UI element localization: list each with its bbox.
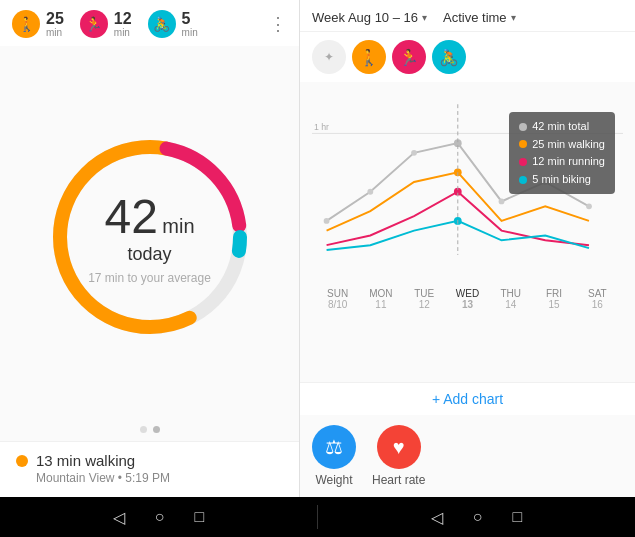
- more-options-icon[interactable]: ⋮: [269, 13, 287, 35]
- walking-label: min: [46, 27, 64, 38]
- x-day-wed: WED 13: [446, 288, 489, 310]
- tooltip-dot-total: [519, 123, 527, 131]
- x-day-fri: FRI 15: [532, 288, 575, 310]
- svg-point-11: [324, 218, 330, 224]
- svg-point-12: [367, 189, 373, 195]
- right-panel: Week Aug 10 – 16 ▾ Active time ▾ ✦ 🚶 🏃 🚴…: [300, 0, 635, 497]
- metric-label: Active time: [443, 10, 507, 25]
- activity-meta: Mountain View • 5:19 PM: [36, 471, 283, 485]
- left-panel: 🚶 25 min 🏃 12 min 🚴 5 min: [0, 0, 300, 497]
- x-axis: SUN 8/10 MON 11 TUE 12 WED 13 THU 14: [312, 286, 623, 310]
- weight-label: Weight: [315, 473, 352, 487]
- svg-text:1 hr: 1 hr: [314, 122, 329, 132]
- ring-unit: min: [162, 215, 194, 237]
- ring-area: 42 min today 17 min to your average: [0, 46, 299, 418]
- app-container: 🚶 25 min 🏃 12 min 🚴 5 min: [0, 0, 635, 497]
- svg-point-14: [499, 199, 505, 205]
- tooltip-dot-walking: [519, 140, 527, 148]
- activity-name: 13 min walking: [36, 452, 135, 469]
- tooltip-total: 42 min total: [532, 118, 589, 136]
- heart-rate-label: Heart rate: [372, 473, 425, 487]
- weight-card[interactable]: ⚖ Weight: [312, 425, 356, 487]
- stat-biking: 🚴 5 min: [148, 10, 198, 38]
- filter-icons: ✦ 🚶 🏃 🚴: [300, 32, 635, 82]
- recents-button-right[interactable]: □: [513, 508, 523, 526]
- ring-today: today: [88, 244, 211, 265]
- stat-running: 🏃 12 min: [80, 10, 132, 38]
- stat-walking: 🚶 25 min: [12, 10, 64, 38]
- running-value: 12: [114, 11, 132, 27]
- metric-selector[interactable]: Active time ▾: [443, 10, 516, 25]
- tooltip-dot-running: [519, 158, 527, 166]
- metric-dropdown-icon: ▾: [511, 12, 516, 23]
- svg-point-16: [586, 203, 592, 209]
- ring-big-num: 42: [104, 190, 157, 243]
- week-selector[interactable]: Week Aug 10 – 16 ▾: [312, 10, 427, 25]
- running-icon: 🏃: [80, 10, 108, 38]
- heart-rate-card[interactable]: ♥ Heart rate: [372, 425, 425, 487]
- chart-tooltip: 42 min total 25 min walking 12 min runni…: [509, 112, 615, 194]
- tooltip-biking: 5 min biking: [532, 171, 591, 189]
- chart-area: 1 hr: [300, 82, 635, 382]
- biking-value: 5: [182, 11, 198, 27]
- back-button-right[interactable]: ◁: [431, 508, 443, 527]
- biking-label: min: [182, 27, 198, 38]
- heart-rate-icon: ♥: [377, 425, 421, 469]
- x-day-tue: TUE 12: [403, 288, 446, 310]
- home-button-left[interactable]: ○: [155, 508, 165, 526]
- filter-run-button[interactable]: 🏃: [392, 40, 426, 74]
- nav-bar: ◁ ○ □ ◁ ○ □: [0, 497, 635, 537]
- add-chart-label: + Add chart: [432, 391, 503, 407]
- right-header: Week Aug 10 – 16 ▾ Active time ▾: [300, 0, 635, 32]
- x-day-thu: THU 14: [489, 288, 532, 310]
- back-button-left[interactable]: ◁: [113, 508, 125, 527]
- tooltip-dot-biking: [519, 176, 527, 184]
- add-chart-button[interactable]: + Add chart: [300, 382, 635, 415]
- home-button-right[interactable]: ○: [473, 508, 483, 526]
- recents-button-left[interactable]: □: [195, 508, 205, 526]
- x-day-sat: SAT 16: [576, 288, 619, 310]
- filter-bike-button[interactable]: 🚴: [432, 40, 466, 74]
- running-label: min: [114, 27, 132, 38]
- metric-cards: ⚖ Weight ♥ Heart rate: [300, 415, 635, 497]
- nav-right: ◁ ○ □: [318, 497, 635, 537]
- walking-value: 25: [46, 11, 64, 27]
- week-dropdown-icon: ▾: [422, 12, 427, 23]
- filter-all-button[interactable]: ✦: [312, 40, 346, 74]
- biking-icon: 🚴: [148, 10, 176, 38]
- nav-left: ◁ ○ □: [0, 497, 317, 537]
- dot-2: [153, 426, 160, 433]
- dot-1: [140, 426, 147, 433]
- week-label: Week Aug 10 – 16: [312, 10, 418, 25]
- tooltip-running: 12 min running: [532, 153, 605, 171]
- activity-dot: [16, 455, 28, 467]
- weight-icon: ⚖: [312, 425, 356, 469]
- ring-center: 42 min today 17 min to your average: [88, 189, 211, 285]
- page-dots: [0, 426, 299, 433]
- svg-point-13: [411, 150, 417, 156]
- walking-icon: 🚶: [12, 10, 40, 38]
- x-day-mon: MON 11: [359, 288, 402, 310]
- tooltip-walking: 25 min walking: [532, 136, 605, 154]
- activity-summary: 13 min walking Mountain View • 5:19 PM: [0, 441, 299, 497]
- ring-avg: 17 min to your average: [88, 271, 211, 285]
- filter-walk-button[interactable]: 🚶: [352, 40, 386, 74]
- x-day-sun: SUN 8/10: [316, 288, 359, 310]
- top-stats: 🚶 25 min 🏃 12 min 🚴 5 min: [0, 0, 299, 46]
